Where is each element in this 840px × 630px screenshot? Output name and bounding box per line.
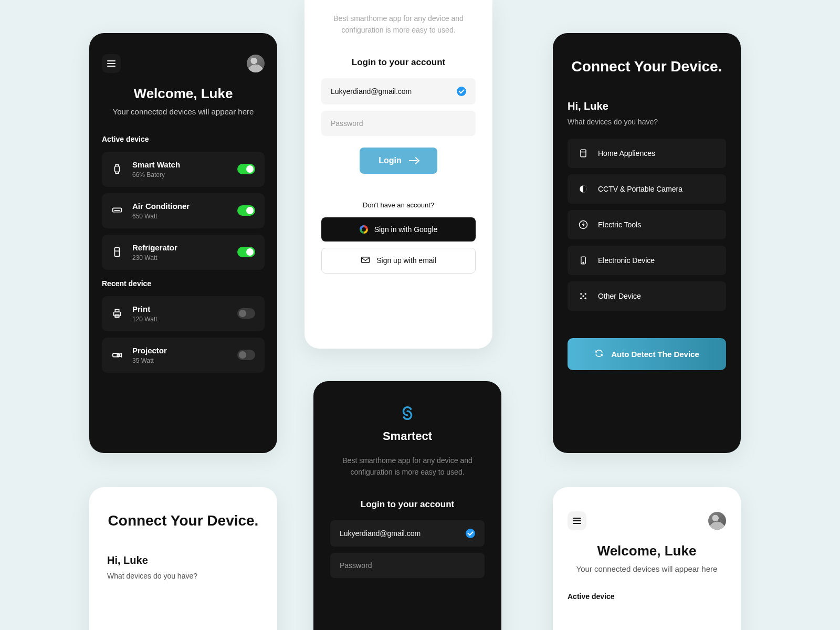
brand-logo-icon — [397, 403, 417, 423]
category-label: Electric Tools — [598, 220, 641, 229]
hamburger-icon — [573, 518, 581, 524]
grid-icon — [578, 291, 589, 301]
password-field[interactable]: Password — [330, 553, 485, 578]
welcome-title: Welcome, Luke — [568, 543, 726, 559]
login-screen-dark: Smartect Best smarthome app for any devi… — [313, 381, 501, 630]
device-name: Air Conditioner — [132, 202, 228, 211]
password-placeholder: Password — [331, 119, 363, 128]
device-row-print[interactable]: Print 120 Watt — [102, 296, 265, 331]
device-toggle[interactable] — [237, 350, 255, 360]
device-info: Refrigerator 230 Watt — [132, 243, 228, 261]
device-icon — [578, 255, 589, 266]
svg-point-18 — [582, 296, 584, 297]
fridge-icon — [111, 246, 123, 258]
category-home-appliances[interactable]: Home Appliences — [568, 139, 726, 168]
app-tagline: Best smarthome app for any device and co… — [321, 0, 476, 57]
svg-rect-1 — [113, 208, 122, 212]
device-sub: 120 Watt — [132, 316, 228, 323]
category-electric-tools[interactable]: Electric Tools — [568, 210, 726, 239]
svg-rect-2 — [114, 248, 119, 257]
category-label: CCTV & Portable Camera — [598, 185, 682, 193]
device-info: Print 120 Watt — [132, 304, 228, 323]
svg-point-17 — [585, 298, 586, 299]
device-row-smartwatch[interactable]: Smart Watch 66% Batery — [102, 152, 265, 187]
ac-icon — [111, 205, 123, 216]
svg-point-7 — [117, 354, 119, 356]
device-name: Print — [132, 304, 228, 313]
svg-rect-9 — [581, 150, 586, 157]
active-devices-label: Active device — [568, 592, 726, 601]
dashboard-screen-dark: Welcome, Luke Your connected devices wil… — [89, 33, 277, 453]
avatar[interactable] — [247, 55, 265, 72]
active-devices-label: Active device — [102, 135, 265, 143]
svg-rect-8 — [362, 257, 370, 263]
bolt-icon — [578, 219, 589, 230]
category-cctv[interactable]: CCTV & Portable Camera — [568, 174, 726, 204]
device-toggle[interactable] — [237, 247, 255, 257]
camera-icon — [578, 184, 589, 194]
category-other[interactable]: Other Device — [568, 281, 726, 311]
category-label: Home Appliences — [598, 149, 655, 158]
device-sub: 35 Watt — [132, 357, 228, 364]
home-appliances-icon — [578, 148, 589, 159]
google-icon — [360, 225, 368, 234]
greeting-sub: What devices do you have? — [568, 118, 726, 126]
no-account-text: Don't have an account? — [321, 201, 476, 209]
verified-icon — [457, 87, 466, 96]
projector-icon — [111, 349, 123, 361]
device-toggle[interactable] — [237, 164, 255, 174]
avatar[interactable] — [708, 512, 726, 530]
device-row-fridge[interactable]: Refrigerator 230 Watt — [102, 235, 265, 270]
connect-screen-light: Connect Your Device. Hi, Luke What devic… — [89, 487, 277, 630]
device-name: Projector — [132, 346, 228, 355]
app-tagline: Best smarthome app for any device and co… — [330, 450, 485, 499]
connect-title: Connect Your Device. — [568, 57, 726, 76]
svg-point-15 — [585, 293, 586, 295]
welcome-subtitle: Your connected devices will appear here — [102, 106, 265, 118]
device-toggle[interactable] — [237, 308, 255, 319]
device-name: Smart Watch — [132, 160, 228, 169]
greeting: Hi, Luke — [107, 554, 259, 566]
category-electronic-device[interactable]: Electronic Device — [568, 246, 726, 275]
watch-icon — [111, 163, 123, 175]
email-field[interactable]: Lukyerdiand@gmail.com — [321, 78, 476, 104]
password-placeholder: Password — [340, 561, 372, 570]
device-toggle[interactable] — [237, 205, 255, 216]
topbar — [102, 54, 265, 73]
category-label: Electronic Device — [598, 256, 655, 265]
device-row-projector[interactable]: Projector 35 Watt — [102, 338, 265, 373]
password-field[interactable]: Password — [321, 111, 476, 136]
device-info: Projector 35 Watt — [132, 346, 228, 364]
topbar — [568, 511, 726, 530]
email-value: Lukyerdiand@gmail.com — [331, 87, 412, 96]
device-sub: 230 Watt — [132, 254, 228, 261]
email-signup-label: Sign up with email — [376, 256, 436, 265]
device-row-ac[interactable]: Air Conditioner 650 Watt — [102, 193, 265, 228]
email-value: Lukyerdiand@gmail.com — [340, 529, 421, 538]
greeting-sub: What devices do you have? — [107, 572, 259, 580]
login-heading: Login to your account — [321, 57, 476, 68]
login-heading: Login to your account — [330, 499, 485, 510]
device-sub: 650 Watt — [132, 213, 228, 220]
menu-button[interactable] — [568, 511, 586, 530]
auto-detect-label: Auto Detect The Device — [611, 350, 699, 359]
printer-icon — [111, 308, 123, 319]
svg-rect-0 — [114, 166, 119, 172]
login-button[interactable]: Login — [360, 148, 437, 174]
device-info: Air Conditioner 650 Watt — [132, 202, 228, 220]
connect-screen-dark: Connect Your Device. Hi, Luke What devic… — [553, 33, 741, 453]
email-field[interactable]: Lukyerdiand@gmail.com — [330, 520, 485, 547]
auto-detect-button[interactable]: Auto Detect The Device — [568, 338, 726, 370]
arrow-right-icon — [409, 158, 418, 164]
email-signup-button[interactable]: Sign up with email — [321, 248, 476, 274]
svg-point-14 — [580, 293, 582, 295]
svg-point-13 — [583, 262, 584, 264]
menu-button[interactable] — [102, 54, 121, 73]
category-label: Other Device — [598, 292, 641, 300]
svg-point-16 — [580, 298, 582, 299]
svg-rect-4 — [115, 310, 119, 312]
brand-name: Smartect — [330, 429, 485, 443]
verified-icon — [466, 529, 475, 538]
device-sub: 66% Batery — [132, 171, 228, 178]
google-signin-button[interactable]: Sign in with Google — [321, 217, 476, 242]
